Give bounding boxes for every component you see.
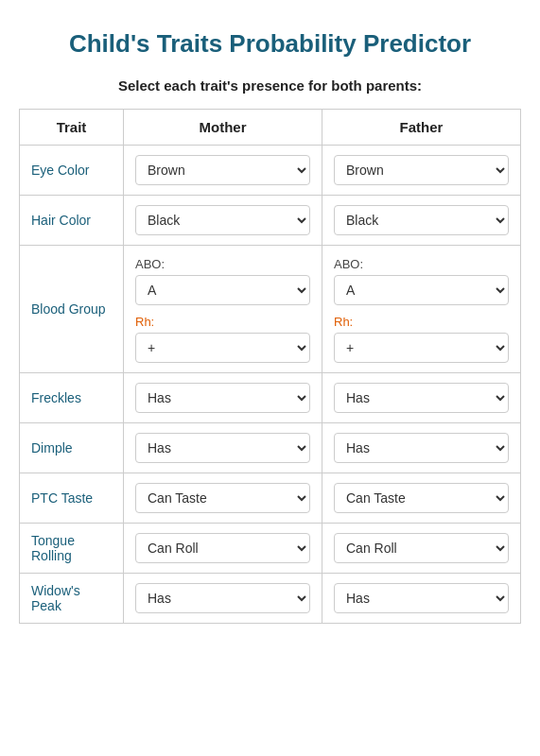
mother-cell: HasDoes Not Have <box>124 372 322 422</box>
mother-blood-group-cell: ABO:ABABORh:+- <box>124 245 322 372</box>
trait-label: Dimple <box>20 422 124 472</box>
mother-select[interactable]: HasDoes Not Have <box>135 383 310 413</box>
mother-cell: BlackBrownBlondeRedGray <box>124 195 322 245</box>
trait-label: Freckles <box>20 372 124 422</box>
table-row: Eye ColorBrownBlueGreenHazelGrayBrownBlu… <box>20 145 521 195</box>
mother-select[interactable]: Can TasteCannot Taste <box>135 483 310 513</box>
father-select[interactable]: Can TasteCannot Taste <box>334 483 509 513</box>
mother-cell: HasDoes Not Have <box>124 573 322 623</box>
col-header-father: Father <box>322 109 521 145</box>
subtitle: Select each trait's presence for both pa… <box>19 77 521 94</box>
father-select[interactable]: BlackBrownBlondeRedGray <box>334 205 509 235</box>
trait-label: Blood Group <box>20 245 124 372</box>
abo-label-father: ABO: <box>334 257 509 271</box>
traits-table: Trait Mother Father Eye ColorBrownBlueGr… <box>19 109 521 624</box>
father-select[interactable]: HasDoes Not Have <box>334 583 509 613</box>
mother-cell: Can RollCannot Roll <box>124 523 322 573</box>
father-cell: BrownBlueGreenHazelGray <box>322 145 521 195</box>
mother-cell: Can TasteCannot Taste <box>124 472 322 523</box>
rh-select-father[interactable]: +- <box>334 333 509 363</box>
mother-select[interactable]: BlackBrownBlondeRedGray <box>135 205 310 235</box>
trait-label: Tongue Rolling <box>20 523 124 573</box>
mother-cell: HasDoes Not Have <box>124 422 322 472</box>
abo-label-mother: ABO: <box>135 257 310 271</box>
mother-select[interactable]: Can RollCannot Roll <box>135 533 310 563</box>
col-header-mother: Mother <box>124 109 322 145</box>
mother-select[interactable]: HasDoes Not Have <box>135 433 310 463</box>
trait-label: PTC Taste <box>20 472 124 523</box>
father-select[interactable]: HasDoes Not Have <box>334 433 509 463</box>
father-cell: BlackBrownBlondeRedGray <box>322 195 521 245</box>
father-select[interactable]: Can RollCannot Roll <box>334 533 509 563</box>
rh-label-mother: Rh: <box>135 315 310 329</box>
table-row: Hair ColorBlackBrownBlondeRedGrayBlackBr… <box>20 195 521 245</box>
father-select[interactable]: HasDoes Not Have <box>334 383 509 413</box>
trait-label: Hair Color <box>20 195 124 245</box>
page-title: Child's Traits Probability Predictor <box>19 28 521 60</box>
trait-label: Eye Color <box>20 145 124 195</box>
mother-select[interactable]: HasDoes Not Have <box>135 583 310 613</box>
father-select[interactable]: BrownBlueGreenHazelGray <box>334 155 509 185</box>
table-row: DimpleHasDoes Not HaveHasDoes Not Have <box>20 422 521 472</box>
father-cell: HasDoes Not Have <box>322 422 521 472</box>
father-cell: Can TasteCannot Taste <box>322 472 521 523</box>
table-row: Blood GroupABO:ABABORh:+-ABO:ABABORh:+- <box>20 245 521 372</box>
father-cell: HasDoes Not Have <box>322 573 521 623</box>
table-row: Tongue RollingCan RollCannot RollCan Rol… <box>20 523 521 573</box>
father-blood-group-cell: ABO:ABABORh:+- <box>322 245 521 372</box>
abo-select-mother[interactable]: ABABO <box>135 275 310 305</box>
abo-select-father[interactable]: ABABO <box>334 275 509 305</box>
col-header-trait: Trait <box>20 109 124 145</box>
table-row: FrecklesHasDoes Not HaveHasDoes Not Have <box>20 372 521 422</box>
mother-select[interactable]: BrownBlueGreenHazelGray <box>135 155 310 185</box>
father-cell: Can RollCannot Roll <box>322 523 521 573</box>
father-cell: HasDoes Not Have <box>322 372 521 422</box>
rh-select-mother[interactable]: +- <box>135 333 310 363</box>
mother-cell: BrownBlueGreenHazelGray <box>124 145 322 195</box>
trait-label: Widow's Peak <box>20 573 124 623</box>
table-row: Widow's PeakHasDoes Not HaveHasDoes Not … <box>20 573 521 623</box>
rh-label-father: Rh: <box>334 315 509 329</box>
table-row: PTC TasteCan TasteCannot TasteCan TasteC… <box>20 472 521 523</box>
